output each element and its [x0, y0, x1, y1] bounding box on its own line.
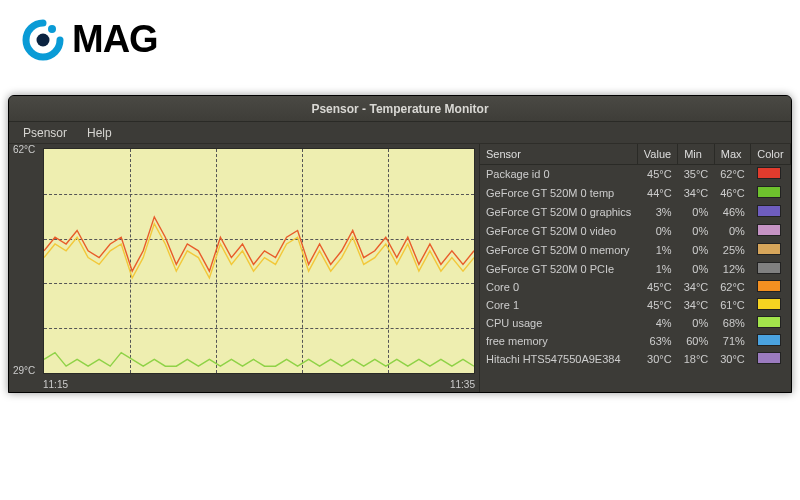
col-value[interactable]: Value [637, 144, 677, 165]
sensor-graph-cell[interactable] [790, 350, 791, 368]
sensor-min: 0% [678, 314, 715, 332]
sensor-graph-cell[interactable] [790, 296, 791, 314]
col-sensor[interactable]: Sensor [480, 144, 637, 165]
sensor-color-cell[interactable] [751, 259, 790, 278]
sensor-name: Package id 0 [480, 165, 637, 184]
sensor-graph-cell[interactable] [790, 183, 791, 202]
sensor-color-cell[interactable] [751, 350, 790, 368]
sensor-color-cell[interactable] [751, 278, 790, 296]
sensor-table: Sensor Value Min Max Color Graph Package… [480, 144, 791, 368]
sensor-value: 45°C [637, 296, 677, 314]
color-swatch[interactable] [757, 298, 781, 310]
sensor-value: 3% [637, 202, 677, 221]
sensor-color-cell[interactable] [751, 202, 790, 221]
sensor-graph-cell[interactable] [790, 332, 791, 350]
sensor-color-cell[interactable] [751, 296, 790, 314]
window-title: Psensor - Temperature Monitor [311, 102, 488, 116]
sensor-max: 62°C [714, 278, 751, 296]
sensor-color-cell[interactable] [751, 165, 790, 184]
sensor-value: 45°C [637, 278, 677, 296]
chart-lines [44, 149, 474, 373]
chart-series-line [44, 217, 474, 271]
sensor-color-cell[interactable] [751, 221, 790, 240]
color-swatch[interactable] [757, 262, 781, 274]
table-row[interactable]: CPU usage4%0%68% [480, 314, 791, 332]
color-swatch[interactable] [757, 352, 781, 364]
sensor-value: 44°C [637, 183, 677, 202]
color-swatch[interactable] [757, 167, 781, 179]
sensor-graph-cell[interactable] [790, 165, 791, 184]
table-row[interactable]: Hitachi HTS547550A9E38430°C18°C30°C [480, 350, 791, 368]
sensor-graph-cell[interactable] [790, 221, 791, 240]
y-axis-min-label: 29°C [13, 365, 35, 376]
sensor-name: GeForce GT 520M 0 temp [480, 183, 637, 202]
table-row[interactable]: GeForce GT 520M 0 temp44°C34°C46°C [480, 183, 791, 202]
table-row[interactable]: GeForce GT 520M 0 PCIe1%0%12% [480, 259, 791, 278]
sensor-graph-cell[interactable] [790, 278, 791, 296]
sensor-graph-cell[interactable] [790, 240, 791, 259]
sensor-name: GeForce GT 520M 0 video [480, 221, 637, 240]
y-axis-max-label: 62°C [13, 144, 35, 155]
sensor-max: 71% [714, 332, 751, 350]
table-row[interactable]: GeForce GT 520M 0 graphics3%0%46% [480, 202, 791, 221]
sensor-name: Hitachi HTS547550A9E384 [480, 350, 637, 368]
table-row[interactable]: Package id 045°C35°C62°C [480, 165, 791, 184]
svg-point-0 [48, 25, 56, 33]
sensor-value: 4% [637, 314, 677, 332]
table-row[interactable]: free memory63%60%71% [480, 332, 791, 350]
menu-help[interactable]: Help [79, 124, 120, 142]
color-swatch[interactable] [757, 205, 781, 217]
sensor-name: GeForce GT 520M 0 graphics [480, 202, 637, 221]
color-swatch[interactable] [757, 243, 781, 255]
color-swatch[interactable] [757, 316, 781, 328]
color-swatch[interactable] [757, 334, 781, 346]
col-graph[interactable]: Graph [790, 144, 791, 165]
table-row[interactable]: GeForce GT 520M 0 memory1%0%25% [480, 240, 791, 259]
sensor-table-pane: Sensor Value Min Max Color Graph Package… [479, 144, 791, 392]
table-row[interactable]: Core 145°C34°C61°C [480, 296, 791, 314]
sensor-color-cell[interactable] [751, 240, 790, 259]
graph-pane: 62°C 29°C 11:15 11:35 [9, 144, 479, 392]
sensor-name: Core 0 [480, 278, 637, 296]
col-max[interactable]: Max [714, 144, 751, 165]
sensor-min: 0% [678, 240, 715, 259]
svg-point-1 [37, 33, 50, 46]
sensor-name: GeForce GT 520M 0 PCIe [480, 259, 637, 278]
color-swatch[interactable] [757, 224, 781, 236]
sensor-max: 61°C [714, 296, 751, 314]
sensor-graph-cell[interactable] [790, 314, 791, 332]
sensor-color-cell[interactable] [751, 183, 790, 202]
logo-text: MAG [72, 18, 158, 61]
col-color[interactable]: Color [751, 144, 790, 165]
color-swatch[interactable] [757, 186, 781, 198]
menu-bar: Psensor Help [9, 122, 791, 144]
sensor-color-cell[interactable] [751, 332, 790, 350]
sensor-value: 1% [637, 259, 677, 278]
chart-series-line [44, 353, 474, 367]
sensor-value: 1% [637, 240, 677, 259]
table-row[interactable]: GeForce GT 520M 0 video0%0%0% [480, 221, 791, 240]
psensor-window: Psensor - Temperature Monitor Psensor He… [8, 95, 792, 393]
sensor-min: 35°C [678, 165, 715, 184]
sensor-max: 62°C [714, 165, 751, 184]
window-titlebar[interactable]: Psensor - Temperature Monitor [9, 96, 791, 122]
sensor-value: 45°C [637, 165, 677, 184]
sensor-color-cell[interactable] [751, 314, 790, 332]
sensor-min: 18°C [678, 350, 715, 368]
sensor-min: 0% [678, 221, 715, 240]
sensor-max: 68% [714, 314, 751, 332]
sensor-graph-cell[interactable] [790, 202, 791, 221]
color-swatch[interactable] [757, 280, 781, 292]
sensor-min: 0% [678, 259, 715, 278]
sensor-max: 0% [714, 221, 751, 240]
sensor-name: CPU usage [480, 314, 637, 332]
sensor-max: 46% [714, 202, 751, 221]
logo-icon [22, 19, 64, 61]
menu-psensor[interactable]: Psensor [15, 124, 75, 142]
sensor-graph-cell[interactable] [790, 259, 791, 278]
sensor-min: 0% [678, 202, 715, 221]
table-row[interactable]: Core 045°C34°C62°C [480, 278, 791, 296]
col-min[interactable]: Min [678, 144, 715, 165]
sensor-value: 0% [637, 221, 677, 240]
x-axis-end-label: 11:35 [450, 379, 475, 390]
